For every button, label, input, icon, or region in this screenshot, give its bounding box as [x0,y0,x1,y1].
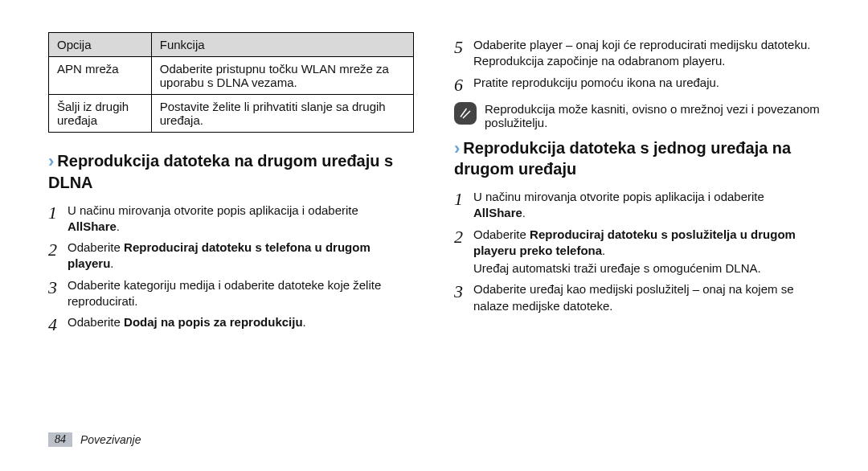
note-text: Reprodukcija može kasniti, ovisno o mrež… [485,102,820,129]
cell-option: APN mreža [49,57,152,95]
step-3: 3 Odaberite kategoriju medija i odaberit… [48,277,414,310]
step-number: 3 [48,277,68,310]
chevron-icon: › [454,138,460,158]
step-4: 4 Odaberite Dodaj na popis za reprodukci… [48,314,414,334]
options-table: Opcija Funkcija APN mreža Odaberite pris… [48,32,414,133]
step-2: 2 Odaberite Reproduciraj datoteku s posl… [454,227,820,277]
step-5: 5 Odaberite player – onaj koji će reprod… [454,37,820,70]
footer-section: Povezivanje [80,433,141,446]
step-1: 1 U načinu mirovanja otvorite popis apli… [454,189,820,222]
step-number: 2 [48,240,68,272]
chevron-icon: › [48,151,54,171]
step-number: 3 [454,281,473,314]
step-3: 3 Odaberite uređaj kao medijski poslužit… [454,281,820,314]
right-column: 5 Odaberite player – onaj koji će reprod… [454,32,820,434]
table-row: Šalji iz drugih uređaja Postavite želite… [49,95,414,133]
section-heading-left: ›Reprodukcija datoteka na drugom uređaju… [48,150,414,193]
page-number: 84 [48,432,72,447]
th-option: Opcija [49,33,152,57]
step-number: 4 [48,314,68,334]
cell-function: Postavite želite li prihvatiti slanje sa… [151,95,413,133]
step-number: 5 [454,37,473,70]
th-function: Funkcija [151,33,413,57]
step-number: 1 [454,189,473,222]
step-number: 6 [454,75,473,94]
table-row: APN mreža Odaberite pristupnu točku WLAN… [49,57,414,95]
note-icon [454,102,477,125]
left-column: Opcija Funkcija APN mreža Odaberite pris… [48,32,414,434]
step-1: 1 U načinu mirovanja otvorite popis apli… [48,203,414,236]
page-footer: 84 Povezivanje [48,432,141,447]
step-2: 2 Odaberite Reproduciraj datoteku s tele… [48,240,414,272]
step-number: 1 [48,203,68,236]
step-6: 6 Pratite reprodukciju pomoću ikona na u… [454,75,820,94]
step-number: 2 [454,227,473,277]
note-block: Reprodukcija može kasniti, ovisno o mrež… [454,102,820,129]
step-subtext: Uređaj automatski traži uređaje s omoguć… [473,260,820,276]
cell-function: Odaberite pristupnu točku WLAN mreže za … [151,57,413,95]
cell-option: Šalji iz drugih uređaja [49,95,152,133]
section-heading-right: ›Reprodukcija datoteka s jednog uređaja … [454,137,820,180]
